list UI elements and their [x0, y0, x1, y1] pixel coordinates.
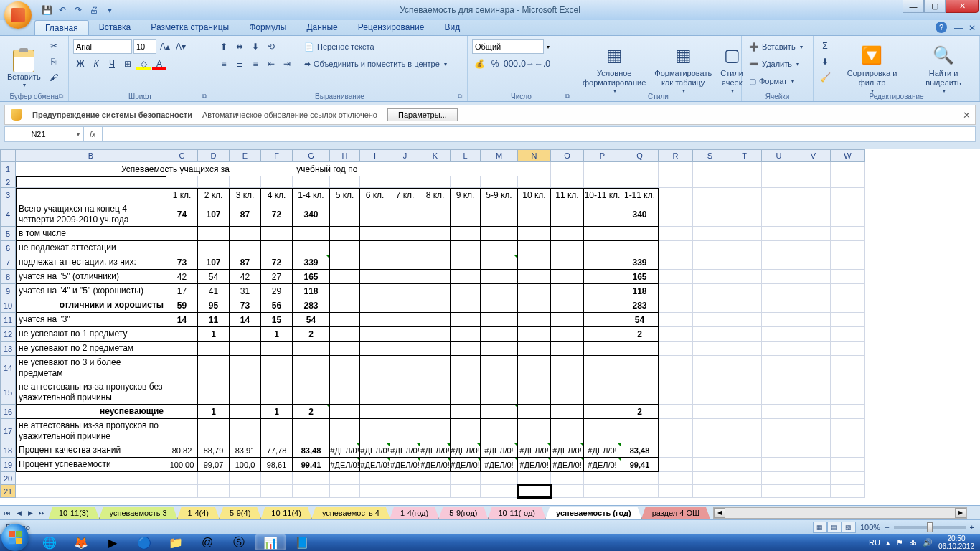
sheet-title[interactable]: Успеваемость учащихся за _____________ у…	[16, 162, 518, 176]
decrease-indent-icon[interactable]: ⇤	[264, 57, 278, 71]
data-cell[interactable]: #ДЕЛ/0!	[390, 458, 420, 472]
sheet-tab[interactable]: 1-4(год)	[390, 507, 439, 519]
data-cell[interactable]	[551, 298, 584, 313]
cell-blank[interactable]	[762, 472, 796, 485]
data-cell[interactable]	[166, 419, 198, 443]
data-cell[interactable]	[390, 327, 420, 342]
col-header-cell[interactable]: 10-11 кл.	[584, 188, 621, 202]
data-cell[interactable]	[451, 419, 481, 443]
scroll-right-icon[interactable]: ▶	[955, 508, 966, 518]
data-cell[interactable]	[451, 255, 481, 270]
tab-review[interactable]: Рецензирование	[348, 20, 435, 35]
cell-blank[interactable]	[293, 472, 330, 485]
data-cell[interactable]	[481, 313, 518, 327]
taskbar-word-icon[interactable]: 📘	[287, 534, 317, 550]
cell-blank[interactable]	[518, 176, 551, 188]
page-layout-view-icon[interactable]: ▤	[827, 522, 842, 533]
data-cell[interactable]	[518, 342, 551, 356]
sort-filter-button[interactable]: 🔽Сортировка и фильтр▾	[835, 37, 909, 101]
cell-blank[interactable]	[831, 255, 865, 270]
data-cell[interactable]: #ДЕЛ/0!	[451, 458, 481, 472]
col-header-H[interactable]: H	[330, 149, 360, 162]
sheet-tab[interactable]: 10-11(4)	[260, 507, 312, 519]
format-painter-icon[interactable]: 🖌	[47, 70, 61, 85]
data-cell[interactable]	[360, 405, 390, 419]
cell-blank[interactable]	[518, 485, 551, 498]
cell-blank[interactable]	[621, 485, 659, 498]
cell-blank[interactable]	[293, 485, 330, 498]
cell-blank[interactable]	[727, 255, 762, 270]
data-cell[interactable]: 17	[166, 284, 198, 298]
data-cell[interactable]: 27	[261, 270, 293, 284]
data-cell[interactable]	[481, 284, 518, 298]
data-cell[interactable]	[481, 327, 518, 342]
data-cell[interactable]	[390, 342, 420, 356]
col-header-G[interactable]: G	[293, 149, 330, 162]
data-cell[interactable]: 87	[230, 255, 261, 270]
data-cell[interactable]	[518, 227, 551, 241]
cell-blank[interactable]	[166, 472, 198, 485]
cell-blank[interactable]	[360, 176, 390, 188]
taskbar-explorer-icon[interactable]: 📁	[161, 534, 191, 550]
cell-blank[interactable]	[659, 458, 693, 472]
autosum-icon[interactable]: Σ	[818, 39, 832, 53]
data-cell[interactable]: #ДЕЛ/0!	[481, 458, 518, 472]
row-label[interactable]: Процент успеваемости	[16, 458, 166, 472]
cell-blank[interactable]	[230, 176, 261, 188]
cell-blank[interactable]	[831, 356, 865, 380]
row-header-6[interactable]: 6	[0, 241, 16, 255]
col-header-O[interactable]: O	[551, 149, 584, 162]
tray-lang[interactable]: RU	[869, 538, 880, 547]
data-cell[interactable]	[551, 356, 584, 380]
zoom-level[interactable]: 100%	[860, 523, 880, 532]
cell-blank[interactable]	[198, 176, 230, 188]
bold-icon[interactable]: Ж	[73, 57, 88, 71]
tab-home[interactable]: Главная	[34, 20, 89, 35]
data-cell[interactable]: #ДЕЛ/0!	[451, 443, 481, 458]
cell-blank[interactable]	[727, 298, 762, 313]
data-cell[interactable]	[360, 356, 390, 380]
data-cell[interactable]: 14	[166, 313, 198, 327]
data-cell[interactable]: 283	[621, 298, 659, 313]
align-right-icon[interactable]: ≡	[248, 57, 263, 71]
data-cell[interactable]: 165	[293, 270, 330, 284]
cell-blank[interactable]	[166, 176, 198, 188]
sheet-tab[interactable]: 10-11(3)	[49, 507, 100, 519]
cell-blank[interactable]	[796, 380, 831, 405]
taskbar-media-icon[interactable]: ▶	[98, 534, 128, 550]
data-cell[interactable]	[293, 342, 330, 356]
data-cell[interactable]	[390, 284, 420, 298]
data-cell[interactable]	[330, 255, 360, 270]
decrease-decimal-icon[interactable]: ←.0	[535, 57, 550, 71]
data-cell[interactable]	[584, 255, 621, 270]
row-header-4[interactable]: 4	[0, 202, 16, 227]
cell-blank[interactable]	[330, 176, 360, 188]
cell-blank[interactable]	[762, 485, 796, 498]
taskbar-chrome-icon[interactable]: 🔵	[129, 534, 159, 550]
data-cell[interactable]	[551, 313, 584, 327]
cell-blank[interactable]	[621, 176, 659, 188]
data-cell[interactable]	[584, 380, 621, 405]
data-cell[interactable]	[166, 380, 198, 405]
cell-blank[interactable]	[831, 458, 865, 472]
cell-blank[interactable]	[762, 255, 796, 270]
data-cell[interactable]	[451, 380, 481, 405]
cell-blank[interactable]	[451, 485, 481, 498]
align-top-icon[interactable]: ⬆	[217, 39, 231, 54]
cell-blank[interactable]	[796, 356, 831, 380]
data-cell[interactable]	[293, 380, 330, 405]
font-launcher-icon[interactable]: ⧉	[202, 93, 209, 100]
cell-blank[interactable]	[727, 356, 762, 380]
row-header-5[interactable]: 5	[0, 227, 16, 241]
cell-blank[interactable]	[16, 176, 166, 188]
taskbar-mail-icon[interactable]: @	[192, 534, 222, 550]
row-header-14[interactable]: 14	[0, 356, 16, 380]
cell-blank[interactable]	[551, 176, 584, 188]
cell-blank[interactable]	[831, 202, 865, 227]
increase-decimal-icon[interactable]: .0→	[519, 57, 534, 71]
cell-blank[interactable]	[693, 356, 727, 380]
cell-blank[interactable]	[584, 176, 621, 188]
font-color-icon[interactable]: A	[152, 57, 166, 71]
data-cell[interactable]	[584, 405, 621, 419]
data-cell[interactable]: 80,82	[166, 443, 198, 458]
